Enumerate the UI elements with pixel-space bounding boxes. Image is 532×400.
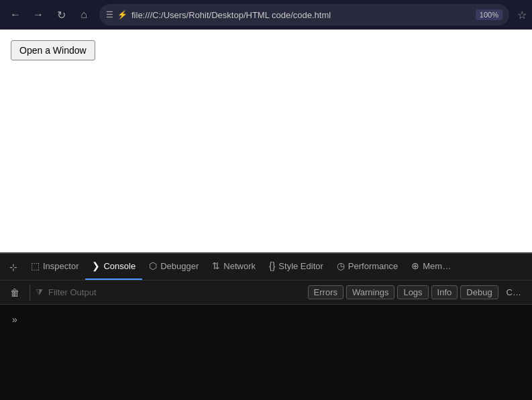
console-output: » — [0, 305, 532, 400]
page-icon: ☰ — [106, 10, 113, 19]
warnings-filter-button[interactable]: Warnings — [346, 285, 394, 299]
browser-chrome: ← → ↻ ⌂ ☰ ⚡ file:///C:/Users/Rohit/Deskt… — [0, 0, 532, 30]
tab-performance[interactable]: ◷ Performance — [330, 254, 405, 281]
clear-console-button[interactable]: 🗑 — [5, 283, 24, 302]
devtools-panel: ⊹ ⬚ Inspector ❯ Console ⬡ Debugger ⇅ Net… — [0, 252, 532, 400]
tab-network[interactable]: ⇅ Network — [205, 254, 262, 281]
debug-filter-button[interactable]: Debug — [460, 285, 498, 299]
open-window-button[interactable]: Open a Window — [11, 40, 95, 60]
nav-bar: ← → ↻ ⌂ ☰ ⚡ file:///C:/Users/Rohit/Deskt… — [0, 0, 532, 30]
page-content: Open a Window — [0, 30, 532, 252]
security-icon: ⚡ — [117, 10, 127, 19]
tab-debugger[interactable]: ⬡ Debugger — [142, 254, 205, 281]
network-icon: ⇅ — [212, 260, 220, 271]
url-display: file:///C:/Users/Rohit/Desktop/HTML code… — [131, 10, 472, 20]
console-icon: ❯ — [92, 260, 100, 271]
address-bar[interactable]: ☰ ⚡ file:///C:/Users/Rohit/Desktop/HTML … — [99, 4, 509, 26]
expand-button[interactable]: » — [5, 310, 24, 329]
inspector-icon: ⬚ — [31, 260, 40, 271]
memory-icon: ⊕ — [411, 260, 419, 271]
debugger-icon: ⬡ — [149, 260, 157, 271]
tab-memory[interactable]: ⊕ Mem… — [405, 254, 458, 281]
back-button[interactable]: ← — [5, 5, 25, 25]
devtools-toolbar: 🗑 ⧩ Errors Warnings Logs Info Debug C… — [0, 281, 532, 305]
bookmark-button[interactable]: ☆ — [517, 9, 527, 21]
performance-icon: ◷ — [337, 260, 345, 271]
filter-icon: ⧩ — [36, 287, 43, 298]
logs-filter-button[interactable]: Logs — [397, 285, 428, 299]
devtools-pick-button[interactable]: ⊹ — [3, 256, 24, 278]
devtools-tabs: ⊹ ⬚ Inspector ❯ Console ⬡ Debugger ⇅ Net… — [0, 254, 532, 281]
separator — [30, 285, 30, 301]
filter-input[interactable] — [48, 287, 305, 297]
refresh-button[interactable]: ↻ — [51, 5, 71, 25]
style-editor-icon: {} — [269, 260, 275, 271]
errors-filter-button[interactable]: Errors — [308, 285, 343, 299]
zoom-level: 100% — [476, 9, 502, 20]
info-filter-button[interactable]: Info — [431, 285, 458, 299]
tab-style-editor[interactable]: {} Style Editor — [262, 254, 330, 281]
tab-console[interactable]: ❯ Console — [85, 254, 142, 281]
forward-button[interactable]: → — [28, 5, 48, 25]
tab-inspector[interactable]: ⬚ Inspector — [24, 254, 85, 281]
more-filter-button[interactable]: C… — [501, 286, 527, 299]
home-button[interactable]: ⌂ — [74, 5, 94, 25]
